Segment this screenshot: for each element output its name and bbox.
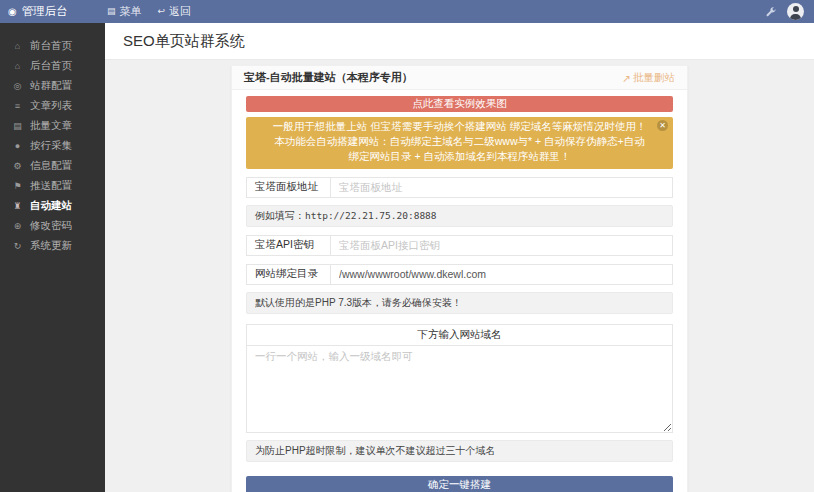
help-prefix: 例如填写： — [255, 210, 305, 221]
sidebar-item-push-config[interactable]: ⚑ 推送配置 — [0, 176, 105, 196]
dot-icon: ● — [12, 141, 23, 151]
api-key-row: 宝塔API密钥 — [246, 235, 673, 256]
sidebar-item-system-update[interactable]: ↻ 系统更新 — [0, 236, 105, 256]
domains-textarea[interactable] — [246, 345, 673, 433]
usage-alert: 一般用于想批量上站 但宝塔需要手动挨个搭建网站 绑定域名等麻烦情况时使用！ 本功… — [246, 117, 673, 169]
submit-build-button[interactable]: 确定一键搭建 — [246, 476, 673, 492]
sidebar-item-front-home[interactable]: ⌂ 前台首页 — [0, 36, 105, 56]
documents-icon: ▤ — [12, 121, 23, 131]
menu-icon: ▤ — [107, 7, 116, 16]
gear-icon: ⚙ — [12, 161, 23, 171]
brand[interactable]: ◉ 管理后台 — [0, 4, 105, 19]
sidebar-item-label: 后台首页 — [30, 59, 72, 73]
list-icon: ≡ — [12, 101, 23, 111]
domains-limit-help: 为防止PHP超时限制，建议单次不建议超过三十个域名 — [246, 440, 673, 462]
gear-icon: ◎ — [12, 81, 23, 91]
sidebar-item-batch-articles[interactable]: ▤ 批量文章 — [0, 116, 105, 136]
content-area: 宝塔-自动批量建站（本程序专用） ↗ 批量删站 点此查看实例效果图 一般用于想批… — [105, 60, 814, 492]
navbar-menu: ▤ 菜单 ↩ 返回 — [105, 4, 191, 19]
avatar-shoulders — [790, 14, 801, 20]
avatar-head — [793, 6, 799, 12]
api-key-label: 宝塔API密钥 — [247, 236, 331, 255]
layout: ⌂ 前台首页 ⌂ 后台首页 ◎ 站群配置 ≡ 文章列表 ▤ 批量文章 ● 按行采… — [0, 23, 814, 492]
sidebar-item-label: 文章列表 — [30, 99, 72, 113]
panel-address-input[interactable] — [331, 178, 672, 197]
alert-line-1: 一般用于想批量上站 但宝塔需要手动挨个搭建网站 绑定域名等麻烦情况时使用！ — [270, 119, 649, 134]
sidebar-item-article-list[interactable]: ≡ 文章列表 — [0, 96, 105, 116]
back-label: 返回 — [169, 4, 191, 19]
site-dir-input[interactable] — [331, 265, 672, 284]
sidebar-item-label: 系统更新 — [30, 239, 72, 253]
card-body: 点此查看实例效果图 一般用于想批量上站 但宝塔需要手动挨个搭建网站 绑定域名等麻… — [232, 90, 687, 492]
card-header: 宝塔-自动批量建站（本程序专用） ↗ 批量删站 — [232, 66, 687, 90]
batch-delete-link[interactable]: ↗ 批量删站 — [622, 71, 675, 85]
avatar[interactable] — [787, 3, 804, 20]
sidebar-item-label: 批量文章 — [30, 119, 72, 133]
navbar-right — [765, 3, 814, 20]
php-version-help: 默认使用的是PHP 7.3版本，请务必确保安装！ — [246, 292, 673, 314]
view-example-button[interactable]: 点此查看实例效果图 — [246, 96, 673, 112]
sidebar-item-label: 自动建站 — [30, 199, 72, 213]
sidebar-item-line-collect[interactable]: ● 按行采集 — [0, 136, 105, 156]
brand-title: 管理后台 — [22, 4, 68, 19]
top-navbar: ◉ 管理后台 ▤ 菜单 ↩ 返回 — [0, 0, 814, 23]
sidebar-item-change-password[interactable]: ⊛ 修改密码 — [0, 216, 105, 236]
sidebar-item-label: 按行采集 — [30, 139, 72, 153]
sidebar-item-label: 推送配置 — [30, 179, 72, 193]
panel-address-row: 宝塔面板地址 — [246, 177, 673, 198]
panel-address-help: 例如填写：http://22.21.75.20:8888 — [246, 205, 673, 227]
alert-close-icon[interactable]: ✕ — [657, 120, 668, 131]
building-icon: ♜ — [12, 201, 23, 211]
sidebar-item-admin-home[interactable]: ⌂ 后台首页 — [0, 56, 105, 76]
menu-toggle[interactable]: ▤ 菜单 — [107, 4, 142, 19]
brand-logo-icon: ◉ — [8, 7, 17, 17]
site-dir-label: 网站绑定目录 — [247, 265, 331, 284]
share-arrow-icon: ↗ — [622, 72, 631, 84]
sidebar-item-auto-build[interactable]: ♜ 自动建站 — [0, 196, 105, 216]
panel-address-label: 宝塔面板地址 — [247, 178, 331, 197]
batch-delete-label: 批量删站 — [633, 71, 675, 85]
alert-line-2: 本功能会自动搭建网站：自动绑定主域名与二级www与* + 自动保存伪静态+自动绑… — [270, 134, 649, 164]
home-icon: ⌂ — [12, 41, 23, 51]
sidebar-item-label: 信息配置 — [30, 159, 72, 173]
main-area: SEO单页站群系统 宝塔-自动批量建站（本程序专用） ↗ 批量删站 点此查看实例… — [105, 23, 814, 492]
home-icon: ⌂ — [12, 61, 23, 71]
sidebar-item-info-config[interactable]: ⚙ 信息配置 — [0, 156, 105, 176]
back-arrow-icon: ↩ — [158, 7, 166, 16]
page-header: SEO单页站群系统 — [105, 23, 814, 60]
help-example-url: http://22.21.75.20:8888 — [305, 210, 437, 221]
menu-label: 菜单 — [120, 4, 142, 19]
sidebar-item-label: 前台首页 — [30, 39, 72, 53]
password-icon: ⊛ — [12, 221, 23, 231]
refresh-icon: ↻ — [12, 241, 23, 251]
sidebar-item-label: 站群配置 — [30, 79, 72, 93]
flag-icon: ⚑ — [12, 181, 23, 191]
sidebar-item-label: 修改密码 — [30, 219, 72, 233]
baota-panel-card: 宝塔-自动批量建站（本程序专用） ↗ 批量删站 点此查看实例效果图 一般用于想批… — [231, 65, 688, 492]
app: ◉ 管理后台 ▤ 菜单 ↩ 返回 — [0, 0, 814, 492]
wrench-icon[interactable] — [765, 6, 776, 17]
site-dir-row: 网站绑定目录 — [246, 264, 673, 285]
domains-header: 下方输入网站域名 — [246, 324, 673, 346]
page-title: SEO单页站群系统 — [123, 32, 245, 51]
card-title: 宝塔-自动批量建站（本程序专用） — [244, 70, 413, 85]
api-key-input[interactable] — [331, 236, 672, 255]
sidebar-item-sites-config[interactable]: ◎ 站群配置 — [0, 76, 105, 96]
back-button[interactable]: ↩ 返回 — [158, 4, 192, 19]
sidebar: ⌂ 前台首页 ⌂ 后台首页 ◎ 站群配置 ≡ 文章列表 ▤ 批量文章 ● 按行采… — [0, 23, 105, 492]
